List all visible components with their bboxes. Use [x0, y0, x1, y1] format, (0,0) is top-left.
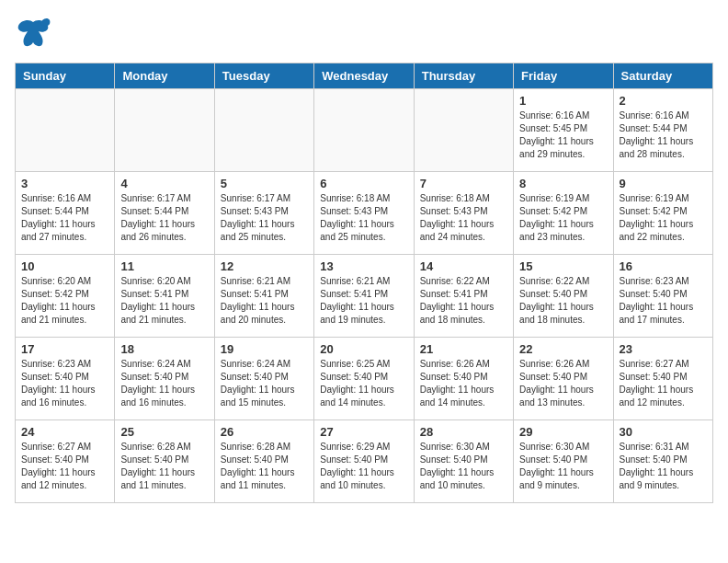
calendar-day-7: 7Sunrise: 6:18 AMSunset: 5:43 PMDaylight… — [414, 172, 513, 255]
day-number: 2 — [620, 94, 707, 108]
page-container: SundayMondayTuesdayWednesdayThursdayFrid… — [0, 0, 728, 518]
day-number: 6 — [320, 177, 407, 190]
day-info: Sunrise: 6:20 AMSunset: 5:42 PMDaylight:… — [21, 275, 108, 327]
day-info: Sunrise: 6:29 AMSunset: 5:40 PMDaylight:… — [320, 441, 407, 492]
calendar-header-saturday: Saturday — [613, 63, 712, 89]
day-number: 18 — [120, 342, 208, 356]
calendar-day-12: 12Sunrise: 6:21 AMSunset: 5:41 PMDayligh… — [214, 255, 313, 338]
day-info: Sunrise: 6:17 AMSunset: 5:44 PMDaylight:… — [120, 192, 208, 244]
day-info: Sunrise: 6:27 AMSunset: 5:40 PMDaylight:… — [21, 441, 108, 492]
day-info: Sunrise: 6:20 AMSunset: 5:41 PMDaylight:… — [120, 275, 208, 327]
calendar-day-20: 20Sunrise: 6:25 AMSunset: 5:40 PMDayligh… — [314, 338, 414, 420]
day-number: 10 — [21, 259, 108, 273]
day-number: 9 — [620, 177, 707, 190]
day-info: Sunrise: 6:23 AMSunset: 5:40 PMDaylight:… — [21, 358, 108, 409]
calendar-day-23: 23Sunrise: 6:27 AMSunset: 5:40 PMDayligh… — [613, 338, 712, 420]
calendar-day-empty-01 — [115, 89, 214, 172]
day-number: 17 — [21, 342, 108, 356]
calendar-week-2: 3Sunrise: 6:16 AMSunset: 5:44 PMDaylight… — [16, 172, 713, 255]
day-number: 16 — [620, 259, 707, 273]
calendar-day-empty-02 — [214, 89, 313, 172]
day-number: 14 — [420, 259, 507, 273]
calendar-header-tuesday: Tuesday — [214, 63, 313, 89]
day-info: Sunrise: 6:24 AMSunset: 5:40 PMDaylight:… — [221, 358, 308, 409]
day-number: 21 — [420, 342, 507, 356]
calendar-day-30: 30Sunrise: 6:31 AMSunset: 5:40 PMDayligh… — [613, 420, 712, 503]
calendar-day-22: 22Sunrise: 6:26 AMSunset: 5:40 PMDayligh… — [514, 338, 613, 420]
day-info: Sunrise: 6:24 AMSunset: 5:40 PMDaylight:… — [120, 358, 208, 409]
calendar-week-1: 1Sunrise: 6:16 AMSunset: 5:45 PMDaylight… — [16, 89, 713, 172]
day-number: 24 — [21, 425, 108, 439]
day-info: Sunrise: 6:21 AMSunset: 5:41 PMDaylight:… — [320, 275, 407, 327]
calendar-header-sunday: Sunday — [16, 63, 115, 89]
header — [15, 15, 713, 52]
logo-icon — [15, 15, 51, 52]
day-number: 5 — [221, 177, 308, 190]
day-info: Sunrise: 6:23 AMSunset: 5:40 PMDaylight:… — [620, 275, 707, 327]
day-number: 4 — [120, 177, 208, 190]
day-number: 1 — [519, 94, 607, 108]
calendar-day-6: 6Sunrise: 6:18 AMSunset: 5:43 PMDaylight… — [314, 172, 414, 255]
day-number: 3 — [21, 177, 108, 190]
day-info: Sunrise: 6:16 AMSunset: 5:44 PMDaylight:… — [620, 109, 707, 161]
day-info: Sunrise: 6:16 AMSunset: 5:44 PMDaylight:… — [21, 192, 108, 244]
day-number: 23 — [620, 342, 707, 356]
calendar-day-3: 3Sunrise: 6:16 AMSunset: 5:44 PMDaylight… — [16, 172, 115, 255]
logo — [15, 15, 55, 52]
day-number: 25 — [120, 425, 208, 439]
calendar-day-18: 18Sunrise: 6:24 AMSunset: 5:40 PMDayligh… — [115, 338, 214, 420]
calendar-header-row: SundayMondayTuesdayWednesdayThursdayFrid… — [16, 63, 713, 89]
calendar-day-27: 27Sunrise: 6:29 AMSunset: 5:40 PMDayligh… — [314, 420, 414, 503]
calendar-day-13: 13Sunrise: 6:21 AMSunset: 5:41 PMDayligh… — [314, 255, 414, 338]
day-number: 19 — [221, 342, 308, 356]
calendar-header-wednesday: Wednesday — [314, 63, 414, 89]
calendar-day-16: 16Sunrise: 6:23 AMSunset: 5:40 PMDayligh… — [613, 255, 712, 338]
day-number: 27 — [320, 425, 407, 439]
day-number: 12 — [221, 259, 308, 273]
day-info: Sunrise: 6:21 AMSunset: 5:41 PMDaylight:… — [221, 275, 308, 327]
day-info: Sunrise: 6:22 AMSunset: 5:41 PMDaylight:… — [420, 275, 507, 327]
calendar-day-15: 15Sunrise: 6:22 AMSunset: 5:40 PMDayligh… — [514, 255, 613, 338]
day-number: 13 — [320, 259, 407, 273]
calendar-table: SundayMondayTuesdayWednesdayThursdayFrid… — [15, 63, 713, 503]
calendar-week-5: 24Sunrise: 6:27 AMSunset: 5:40 PMDayligh… — [16, 420, 713, 503]
day-info: Sunrise: 6:19 AMSunset: 5:42 PMDaylight:… — [620, 192, 707, 244]
calendar-day-empty-04 — [414, 89, 513, 172]
calendar-day-empty-00 — [16, 89, 115, 172]
day-info: Sunrise: 6:16 AMSunset: 5:45 PMDaylight:… — [519, 109, 607, 161]
calendar-day-21: 21Sunrise: 6:26 AMSunset: 5:40 PMDayligh… — [414, 338, 513, 420]
day-number: 29 — [519, 425, 607, 439]
calendar-day-10: 10Sunrise: 6:20 AMSunset: 5:42 PMDayligh… — [16, 255, 115, 338]
calendar-day-28: 28Sunrise: 6:30 AMSunset: 5:40 PMDayligh… — [414, 420, 513, 503]
calendar-week-4: 17Sunrise: 6:23 AMSunset: 5:40 PMDayligh… — [16, 338, 713, 420]
day-number: 8 — [519, 177, 607, 190]
calendar-header-monday: Monday — [115, 63, 214, 89]
day-number: 28 — [420, 425, 507, 439]
calendar-day-empty-03 — [314, 89, 414, 172]
day-info: Sunrise: 6:27 AMSunset: 5:40 PMDaylight:… — [620, 358, 707, 409]
calendar-day-2: 2Sunrise: 6:16 AMSunset: 5:44 PMDaylight… — [613, 89, 712, 172]
calendar-day-5: 5Sunrise: 6:17 AMSunset: 5:43 PMDaylight… — [214, 172, 313, 255]
day-info: Sunrise: 6:28 AMSunset: 5:40 PMDaylight:… — [120, 441, 208, 492]
day-info: Sunrise: 6:25 AMSunset: 5:40 PMDaylight:… — [320, 358, 407, 409]
calendar-day-25: 25Sunrise: 6:28 AMSunset: 5:40 PMDayligh… — [115, 420, 214, 503]
calendar-day-24: 24Sunrise: 6:27 AMSunset: 5:40 PMDayligh… — [16, 420, 115, 503]
day-number: 26 — [221, 425, 308, 439]
day-info: Sunrise: 6:19 AMSunset: 5:42 PMDaylight:… — [519, 192, 607, 244]
day-info: Sunrise: 6:18 AMSunset: 5:43 PMDaylight:… — [420, 192, 507, 244]
day-info: Sunrise: 6:18 AMSunset: 5:43 PMDaylight:… — [320, 192, 407, 244]
calendar-day-14: 14Sunrise: 6:22 AMSunset: 5:41 PMDayligh… — [414, 255, 513, 338]
day-number: 30 — [620, 425, 707, 439]
day-info: Sunrise: 6:31 AMSunset: 5:40 PMDaylight:… — [620, 441, 707, 492]
day-number: 22 — [519, 342, 607, 356]
day-info: Sunrise: 6:26 AMSunset: 5:40 PMDaylight:… — [420, 358, 507, 409]
day-info: Sunrise: 6:30 AMSunset: 5:40 PMDaylight:… — [420, 441, 507, 492]
calendar-day-1: 1Sunrise: 6:16 AMSunset: 5:45 PMDaylight… — [514, 89, 613, 172]
calendar-day-29: 29Sunrise: 6:30 AMSunset: 5:40 PMDayligh… — [514, 420, 613, 503]
calendar-header-friday: Friday — [514, 63, 613, 89]
calendar-day-8: 8Sunrise: 6:19 AMSunset: 5:42 PMDaylight… — [514, 172, 613, 255]
day-info: Sunrise: 6:26 AMSunset: 5:40 PMDaylight:… — [519, 358, 607, 409]
calendar-day-9: 9Sunrise: 6:19 AMSunset: 5:42 PMDaylight… — [613, 172, 712, 255]
day-info: Sunrise: 6:28 AMSunset: 5:40 PMDaylight:… — [221, 441, 308, 492]
day-info: Sunrise: 6:22 AMSunset: 5:40 PMDaylight:… — [519, 275, 607, 327]
